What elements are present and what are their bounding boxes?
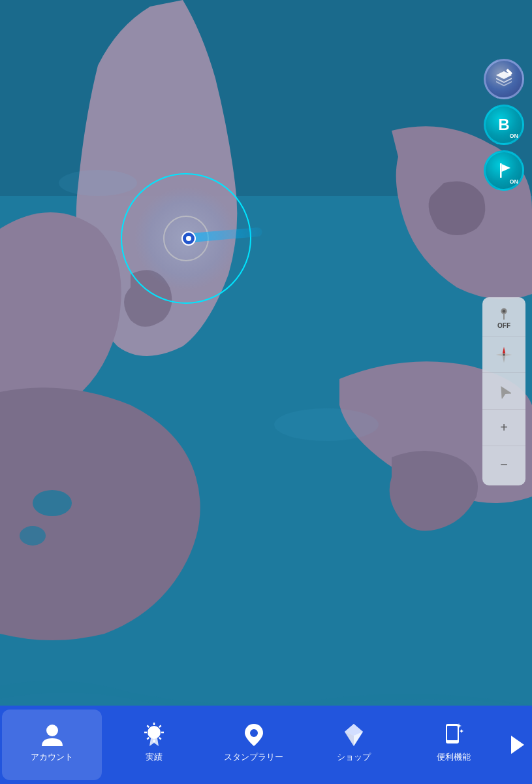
map-svg (0, 0, 532, 784)
svg-point-32 (250, 729, 258, 737)
compass-icon (495, 346, 513, 364)
achievements-label: 実績 (146, 751, 163, 763)
utility-label: 便利機能 (437, 751, 471, 763)
svg-marker-18 (496, 353, 504, 356)
b-letter: B (498, 117, 509, 133)
svg-point-5 (274, 408, 379, 441)
flag-on-button[interactable]: ON (484, 150, 524, 191)
account-icon (39, 721, 65, 747)
nav-item-stamp[interactable]: スタンプラリー (204, 706, 304, 784)
zoom-in-icon: + (500, 420, 508, 435)
shop-icon (341, 721, 367, 747)
zoom-out-icon: − (500, 457, 508, 472)
compass-button[interactable] (482, 336, 525, 373)
pin-control-button[interactable]: OFF (482, 300, 525, 336)
location-arrow-icon (497, 384, 511, 399)
achievements-icon (141, 721, 167, 747)
nav-item-utility[interactable]: 便利機能 (403, 706, 503, 784)
stamp-icon (241, 721, 267, 747)
svg-point-31 (149, 728, 159, 737)
utility-icon (441, 721, 467, 747)
layers-button[interactable] (484, 59, 524, 99)
account-label: アカウント (31, 751, 73, 763)
layers-icon (493, 69, 514, 90)
map-controls-panel: OFF + (482, 297, 525, 485)
svg-line-29 (159, 725, 161, 727)
zoom-out-button[interactable]: − (482, 446, 525, 483)
nav-item-achievements[interactable]: 実績 (104, 706, 204, 784)
svg-point-14 (503, 310, 506, 313)
svg-point-4 (59, 170, 137, 196)
svg-marker-20 (497, 384, 511, 399)
b-on-status: ON (510, 133, 519, 139)
svg-rect-38 (447, 726, 458, 740)
flag-on-status: ON (510, 178, 519, 185)
b-on-button[interactable]: B ON (484, 105, 524, 145)
bottom-nav: アカウント (0, 706, 532, 784)
more-arrow-icon (511, 736, 524, 754)
svg-marker-12 (502, 164, 511, 172)
pin-label: OFF (497, 322, 510, 329)
stamp-label: スタンプラリー (224, 751, 283, 763)
pin-icon (497, 306, 511, 321)
svg-line-28 (159, 738, 161, 740)
svg-point-21 (46, 725, 58, 736)
shop-label: ショップ (337, 751, 371, 763)
zoom-in-button[interactable]: + (482, 410, 525, 446)
svg-rect-11 (500, 163, 502, 178)
svg-point-3 (20, 526, 46, 546)
nav-item-shop[interactable]: ショップ (304, 706, 403, 784)
svg-point-19 (503, 353, 505, 356)
map-container: B ON ON OFF (0, 0, 532, 784)
svg-marker-17 (504, 353, 512, 356)
svg-line-30 (147, 738, 149, 740)
right-buttons-panel: B ON ON (484, 59, 524, 191)
svg-line-27 (147, 725, 149, 727)
nav-item-account[interactable]: アカウント (2, 710, 102, 780)
location-button[interactable] (482, 373, 525, 410)
more-arrow-button[interactable] (503, 706, 532, 784)
svg-point-2 (33, 490, 72, 516)
